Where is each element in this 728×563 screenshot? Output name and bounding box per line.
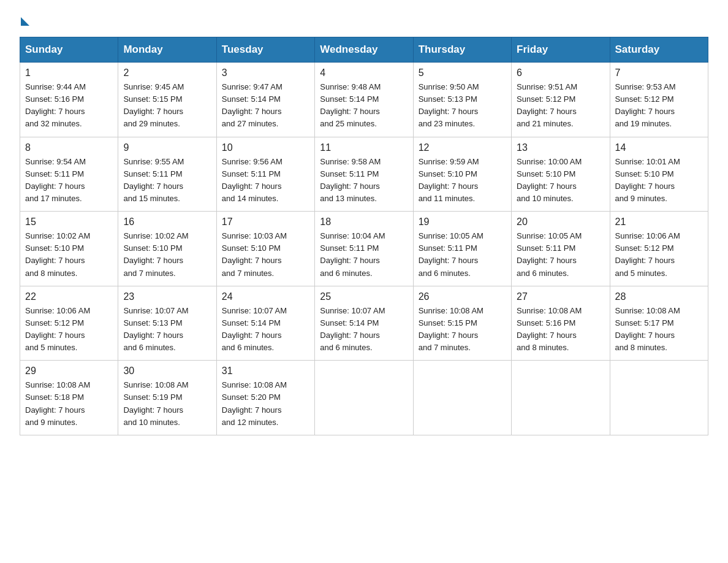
day-info: Sunrise: 10:03 AM Sunset: 5:10 PM Daylig… xyxy=(222,230,309,280)
day-info: Sunrise: 10:07 AM Sunset: 5:14 PM Daylig… xyxy=(222,305,309,354)
calendar-cell: 15 Sunrise: 10:02 AM Sunset: 5:10 PM Day… xyxy=(20,212,118,286)
calendar-cell: 21 Sunrise: 10:06 AM Sunset: 5:12 PM Day… xyxy=(610,212,708,286)
day-number: 3 xyxy=(222,67,309,79)
day-number: 30 xyxy=(123,366,211,377)
day-info: Sunrise: 9:47 AM Sunset: 5:14 PM Dayligh… xyxy=(222,81,309,131)
calendar-cell: 30 Sunrise: 10:08 AM Sunset: 5:19 PM Day… xyxy=(118,361,216,435)
calendar-cell: 17 Sunrise: 10:03 AM Sunset: 5:10 PM Day… xyxy=(216,212,314,286)
calendar-table: SundayMondayTuesdayWednesdayThursdayFrid… xyxy=(20,37,708,435)
weekday-header-row: SundayMondayTuesdayWednesdayThursdayFrid… xyxy=(20,37,708,63)
day-info: Sunrise: 9:59 AM Sunset: 5:10 PM Dayligh… xyxy=(419,156,506,205)
day-info: Sunrise: 10:08 AM Sunset: 5:18 PM Daylig… xyxy=(25,379,113,429)
calendar-week-4: 22 Sunrise: 10:06 AM Sunset: 5:12 PM Day… xyxy=(20,286,708,361)
calendar-cell: 10 Sunrise: 9:56 AM Sunset: 5:11 PM Dayl… xyxy=(216,137,314,212)
calendar-cell: 22 Sunrise: 10:06 AM Sunset: 5:12 PM Day… xyxy=(20,286,118,361)
header-sunday: Sunday xyxy=(20,37,118,63)
calendar-cell: 19 Sunrise: 10:05 AM Sunset: 5:11 PM Day… xyxy=(413,212,511,286)
header-monday: Monday xyxy=(118,37,216,63)
day-info: Sunrise: 10:01 AM Sunset: 5:10 PM Daylig… xyxy=(615,156,703,205)
day-number: 28 xyxy=(615,291,703,302)
day-number: 22 xyxy=(25,291,113,302)
calendar-week-2: 8 Sunrise: 9:54 AM Sunset: 5:11 PM Dayli… xyxy=(20,137,708,212)
calendar-cell: 1 Sunrise: 9:44 AM Sunset: 5:16 PM Dayli… xyxy=(20,63,118,137)
day-info: Sunrise: 10:06 AM Sunset: 5:12 PM Daylig… xyxy=(615,230,703,280)
day-info: Sunrise: 10:05 AM Sunset: 5:11 PM Daylig… xyxy=(517,230,604,280)
day-info: Sunrise: 9:53 AM Sunset: 5:12 PM Dayligh… xyxy=(615,81,703,131)
calendar-cell: 20 Sunrise: 10:05 AM Sunset: 5:11 PM Day… xyxy=(512,212,610,286)
day-number: 17 xyxy=(222,216,309,228)
day-number: 7 xyxy=(615,67,703,79)
calendar-cell: 31 Sunrise: 10:08 AM Sunset: 5:20 PM Day… xyxy=(216,361,314,435)
day-number: 12 xyxy=(419,142,506,153)
day-number: 31 xyxy=(222,366,309,377)
calendar-cell xyxy=(610,361,708,435)
day-info: Sunrise: 10:06 AM Sunset: 5:12 PM Daylig… xyxy=(25,305,113,354)
header-tuesday: Tuesday xyxy=(216,37,314,63)
day-info: Sunrise: 9:54 AM Sunset: 5:11 PM Dayligh… xyxy=(25,156,113,205)
calendar-cell: 12 Sunrise: 9:59 AM Sunset: 5:10 PM Dayl… xyxy=(413,137,511,212)
calendar-cell: 2 Sunrise: 9:45 AM Sunset: 5:15 PM Dayli… xyxy=(118,63,216,137)
calendar-cell: 28 Sunrise: 10:08 AM Sunset: 5:17 PM Day… xyxy=(610,286,708,361)
day-info: Sunrise: 10:00 AM Sunset: 5:10 PM Daylig… xyxy=(517,156,604,205)
day-number: 24 xyxy=(222,291,309,302)
calendar-cell: 29 Sunrise: 10:08 AM Sunset: 5:18 PM Day… xyxy=(20,361,118,435)
calendar-week-3: 15 Sunrise: 10:02 AM Sunset: 5:10 PM Day… xyxy=(20,212,708,286)
calendar-cell: 8 Sunrise: 9:54 AM Sunset: 5:11 PM Dayli… xyxy=(20,137,118,212)
day-number: 5 xyxy=(419,67,506,79)
day-info: Sunrise: 9:48 AM Sunset: 5:14 PM Dayligh… xyxy=(320,81,408,131)
day-number: 27 xyxy=(517,291,604,302)
day-info: Sunrise: 9:44 AM Sunset: 5:16 PM Dayligh… xyxy=(25,81,113,131)
day-number: 6 xyxy=(517,67,604,79)
day-number: 15 xyxy=(25,216,113,228)
day-info: Sunrise: 10:04 AM Sunset: 5:11 PM Daylig… xyxy=(320,230,408,280)
day-info: Sunrise: 10:08 AM Sunset: 5:20 PM Daylig… xyxy=(222,379,309,429)
day-number: 25 xyxy=(320,291,408,302)
calendar-week-1: 1 Sunrise: 9:44 AM Sunset: 5:16 PM Dayli… xyxy=(20,63,708,137)
day-number: 16 xyxy=(123,216,211,228)
day-number: 8 xyxy=(25,142,113,153)
day-number: 10 xyxy=(222,142,309,153)
calendar-cell: 13 Sunrise: 10:00 AM Sunset: 5:10 PM Day… xyxy=(512,137,610,212)
day-info: Sunrise: 10:07 AM Sunset: 5:13 PM Daylig… xyxy=(123,305,211,354)
calendar-cell: 11 Sunrise: 9:58 AM Sunset: 5:11 PM Dayl… xyxy=(315,137,413,212)
day-info: Sunrise: 10:08 AM Sunset: 5:15 PM Daylig… xyxy=(419,305,506,354)
day-number: 13 xyxy=(517,142,604,153)
day-info: Sunrise: 9:55 AM Sunset: 5:11 PM Dayligh… xyxy=(123,156,211,205)
calendar-cell: 27 Sunrise: 10:08 AM Sunset: 5:16 PM Day… xyxy=(512,286,610,361)
calendar-cell: 6 Sunrise: 9:51 AM Sunset: 5:12 PM Dayli… xyxy=(512,63,610,137)
day-number: 2 xyxy=(123,67,211,79)
day-info: Sunrise: 9:56 AM Sunset: 5:11 PM Dayligh… xyxy=(222,156,309,205)
day-info: Sunrise: 10:05 AM Sunset: 5:11 PM Daylig… xyxy=(419,230,506,280)
day-info: Sunrise: 9:58 AM Sunset: 5:11 PM Dayligh… xyxy=(320,156,408,205)
calendar-cell: 24 Sunrise: 10:07 AM Sunset: 5:14 PM Day… xyxy=(216,286,314,361)
day-number: 14 xyxy=(615,142,703,153)
day-info: Sunrise: 10:08 AM Sunset: 5:19 PM Daylig… xyxy=(123,379,211,429)
day-number: 29 xyxy=(25,366,113,377)
day-number: 23 xyxy=(123,291,211,302)
header-thursday: Thursday xyxy=(413,37,511,63)
header-saturday: Saturday xyxy=(610,37,708,63)
day-number: 19 xyxy=(419,216,506,228)
day-info: Sunrise: 9:45 AM Sunset: 5:15 PM Dayligh… xyxy=(123,81,211,131)
day-info: Sunrise: 10:08 AM Sunset: 5:17 PM Daylig… xyxy=(615,305,703,354)
day-info: Sunrise: 9:51 AM Sunset: 5:12 PM Dayligh… xyxy=(517,81,604,131)
calendar-week-5: 29 Sunrise: 10:08 AM Sunset: 5:18 PM Day… xyxy=(20,361,708,435)
day-number: 18 xyxy=(320,216,408,228)
day-info: Sunrise: 10:02 AM Sunset: 5:10 PM Daylig… xyxy=(25,230,113,280)
day-number: 26 xyxy=(419,291,506,302)
day-number: 4 xyxy=(320,67,408,79)
day-number: 9 xyxy=(123,142,211,153)
day-number: 21 xyxy=(615,216,703,228)
day-info: Sunrise: 9:50 AM Sunset: 5:13 PM Dayligh… xyxy=(419,81,506,131)
calendar-cell: 4 Sunrise: 9:48 AM Sunset: 5:14 PM Dayli… xyxy=(315,63,413,137)
day-number: 20 xyxy=(517,216,604,228)
calendar-cell: 7 Sunrise: 9:53 AM Sunset: 5:12 PM Dayli… xyxy=(610,63,708,137)
calendar-cell xyxy=(512,361,610,435)
calendar-cell: 9 Sunrise: 9:55 AM Sunset: 5:11 PM Dayli… xyxy=(118,137,216,212)
logo xyxy=(20,15,29,26)
calendar-cell: 23 Sunrise: 10:07 AM Sunset: 5:13 PM Day… xyxy=(118,286,216,361)
header-friday: Friday xyxy=(512,37,610,63)
day-info: Sunrise: 10:07 AM Sunset: 5:14 PM Daylig… xyxy=(320,305,408,354)
calendar-cell: 14 Sunrise: 10:01 AM Sunset: 5:10 PM Day… xyxy=(610,137,708,212)
calendar-cell: 26 Sunrise: 10:08 AM Sunset: 5:15 PM Day… xyxy=(413,286,511,361)
